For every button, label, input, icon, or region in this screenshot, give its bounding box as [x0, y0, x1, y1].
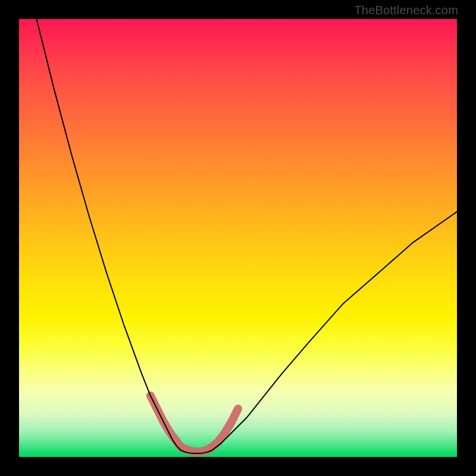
right-highlight-path: [212, 409, 238, 447]
right-branch-curve: [212, 212, 457, 450]
plot-svg: [19, 19, 457, 457]
left-highlight-path: [151, 396, 181, 447]
bottom-highlight-path: [181, 447, 212, 452]
plot-area: [19, 19, 457, 457]
left-branch-curve: [36, 19, 181, 450]
watermark-label: TheBottleneck.com: [354, 4, 458, 17]
chart-frame: TheBottleneck.com: [0, 0, 476, 476]
